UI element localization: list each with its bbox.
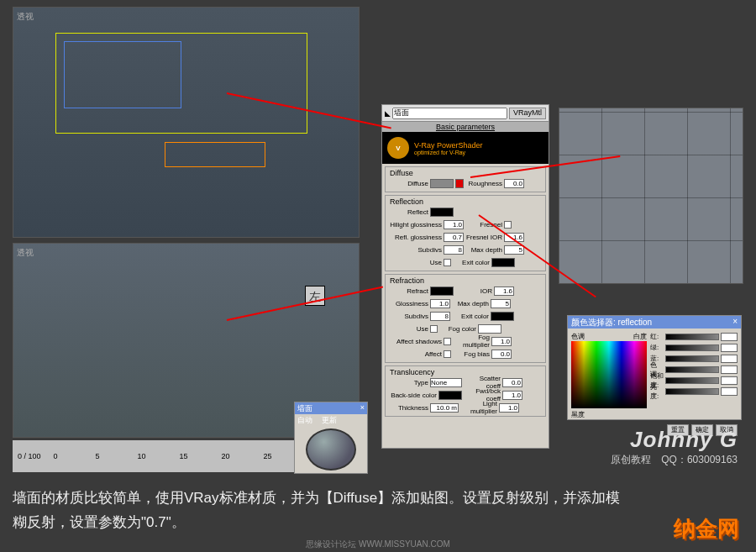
vray-shader-name: V-Ray PowerShader xyxy=(414,141,483,150)
panel-header: ◣ VRayMtl xyxy=(382,105,549,122)
reflection-group: Reflection Reflect Hilight glossiness1.0… xyxy=(385,195,546,271)
hue-slider[interactable] xyxy=(665,366,719,373)
material-sphere-preview xyxy=(306,428,356,471)
wireframe-overlay xyxy=(13,8,359,237)
refract-swatch[interactable] xyxy=(430,287,454,296)
ruler-range: 0 / 100 xyxy=(18,452,41,460)
site-logo: 纳金网 xyxy=(674,514,739,544)
type-select[interactable]: None xyxy=(430,378,462,387)
footer-watermark: 思缘设计论坛 WWW.MISSYUAN.COM xyxy=(306,539,450,550)
close-icon[interactable]: × xyxy=(360,403,365,413)
vray-material-panel: ◣ VRayMtl Basic parameters V V-Ray Power… xyxy=(381,104,549,449)
author-credit: Johnny G 原创教程 QQ：603009163 xyxy=(611,427,738,467)
rgloss-input[interactable]: 0.7 xyxy=(444,233,464,242)
tab-update[interactable]: 更新 xyxy=(322,416,337,424)
close-icon[interactable]: × xyxy=(732,317,738,328)
description-text: 墙面的材质比较简单，使用VRay标准材质，并为【Diffuse】添加贴图。设置反… xyxy=(13,486,634,534)
hgloss-input[interactable]: 1.0 xyxy=(444,220,464,229)
diffuse-swatch[interactable] xyxy=(430,179,454,188)
refraction-group: Refraction RefractIOR1.6 Glossiness1.0Ma… xyxy=(385,274,546,363)
color-picker-titlebar[interactable]: 颜色选择器: reflection × xyxy=(568,316,741,329)
texture-preview xyxy=(559,108,743,284)
roughness-input[interactable]: 0.0 xyxy=(504,179,524,188)
material-title: 墙面 xyxy=(297,403,312,413)
viewport-label: 透视 xyxy=(17,247,34,259)
material-name-input[interactable] xyxy=(392,108,507,119)
material-preview-window[interactable]: 墙面 × 自动 更新 xyxy=(294,402,368,474)
fresnel-check[interactable] xyxy=(504,221,512,229)
color-picker-dialog[interactable]: 颜色选择器: reflection × 色调白度 黑度 红: 绿: 蓝: 色调:… xyxy=(567,315,742,420)
sat-slider[interactable] xyxy=(665,377,719,384)
reflect-swatch[interactable] xyxy=(430,208,454,217)
green-slider[interactable] xyxy=(665,344,719,351)
color-sliders: 红: 绿: 蓝: 色调: 饱和度: 亮度: xyxy=(650,332,738,419)
blue-slider[interactable] xyxy=(665,355,719,362)
red-slider[interactable] xyxy=(665,334,719,340)
color-picker-title: 颜色选择器: reflection xyxy=(571,317,652,328)
material-tabs: 自动 更新 xyxy=(295,414,367,426)
diffuse-map-button[interactable] xyxy=(455,179,464,188)
vray-logo-bar: V V-Ray PowerShader optimized for V-Ray xyxy=(382,132,549,164)
tab-auto[interactable]: 自动 xyxy=(297,416,312,424)
translucency-group: Translucency TypeNoneScatter coeff0.0 Ba… xyxy=(385,365,546,417)
color-gradient[interactable] xyxy=(571,341,647,408)
subdivs-input[interactable]: 8 xyxy=(444,245,464,255)
basic-params-header[interactable]: Basic parameters xyxy=(382,122,549,132)
vray-shader-sub: optimized for V-Ray xyxy=(414,150,483,155)
eyedropper-icon[interactable]: ◣ xyxy=(385,109,391,118)
author-name: Johnny G xyxy=(611,427,738,453)
val-slider[interactable] xyxy=(665,388,719,395)
viewport-perspective[interactable]: 透视 xyxy=(13,7,360,238)
material-type-button[interactable]: VRayMtl xyxy=(509,108,546,119)
texture-grid xyxy=(559,108,743,283)
material-title-bar[interactable]: 墙面 × xyxy=(295,402,367,414)
vray-logo-icon: V xyxy=(387,137,409,159)
